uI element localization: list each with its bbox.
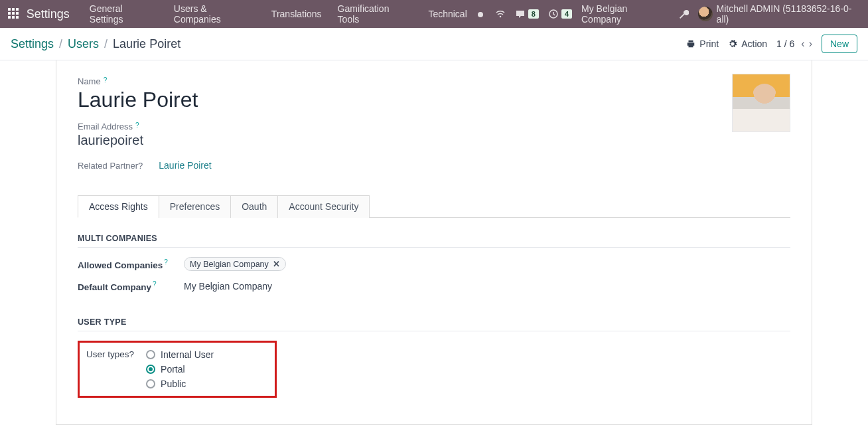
menu-users-companies[interactable]: Users & Companies bbox=[166, 0, 263, 28]
messages-icon[interactable]: 8 bbox=[515, 9, 539, 19]
messages-badge: 8 bbox=[528, 9, 539, 19]
radio-label: Public bbox=[161, 379, 186, 389]
user-menu[interactable]: Mitchell ADMIN (51183652-16-0-all) bbox=[698, 3, 863, 25]
print-button[interactable]: Print bbox=[686, 39, 719, 49]
form-tabs: Access Rights Preferences Oauth Account … bbox=[78, 195, 790, 218]
radio-label: Portal bbox=[161, 364, 185, 375]
email-label: Email Address? bbox=[78, 122, 790, 131]
breadcrumb-settings[interactable]: Settings bbox=[11, 37, 54, 51]
help-icon[interactable]: ? bbox=[164, 258, 168, 266]
related-partner-label: Related Partner? bbox=[78, 161, 143, 171]
pager-text: 1 / 6 bbox=[776, 39, 794, 49]
radio-public[interactable]: Public bbox=[146, 379, 214, 389]
radio-portal[interactable]: Portal bbox=[146, 364, 214, 375]
svg-point-0 bbox=[478, 12, 483, 17]
clock-icon[interactable]: 4 bbox=[548, 9, 572, 19]
name-label: Name? bbox=[78, 76, 790, 86]
help-icon[interactable]: ? bbox=[153, 280, 157, 288]
topbar-left: Settings General Settings Users & Compan… bbox=[5, 0, 475, 28]
tab-account-security[interactable]: Account Security bbox=[277, 195, 370, 218]
radio-icon bbox=[146, 350, 155, 359]
radio-label: Internal User bbox=[161, 349, 214, 360]
related-partner-link[interactable]: Laurie Poiret bbox=[159, 160, 211, 171]
section-multi-companies: MULTI COMPANIES Allowed Companies? My Be… bbox=[56, 218, 812, 292]
control-bar: Settings / Users / Laurie Poiret Print A… bbox=[0, 28, 868, 60]
user-avatar[interactable] bbox=[732, 74, 790, 132]
breadcrumb-sep: / bbox=[104, 37, 108, 51]
svg-point-1 bbox=[499, 16, 501, 18]
section-title-multi-companies: MULTI COMPANIES bbox=[78, 234, 790, 248]
top-menu-bar: Settings General Settings Users & Compan… bbox=[0, 0, 868, 28]
company-selector[interactable]: My Belgian Company bbox=[581, 3, 669, 25]
help-icon[interactable]: ? bbox=[129, 349, 135, 359]
tab-access-rights[interactable]: Access Rights bbox=[78, 195, 159, 218]
tab-oauth[interactable]: Oauth bbox=[230, 195, 278, 218]
pager: 1 / 6 ‹ › bbox=[776, 39, 812, 49]
tab-preferences[interactable]: Preferences bbox=[159, 195, 231, 218]
breadcrumb-current: Laurie Poiret bbox=[113, 37, 181, 51]
pager-next[interactable]: › bbox=[809, 39, 812, 49]
form-sheet: Name? Laurie Poiret Email Address? lauri… bbox=[56, 60, 812, 425]
email-value[interactable]: lauriepoiret bbox=[78, 133, 790, 148]
help-icon[interactable]: ? bbox=[104, 76, 108, 84]
module-title[interactable]: Settings bbox=[27, 7, 70, 21]
name-value[interactable]: Laurie Poiret bbox=[78, 88, 790, 112]
default-company-label: Default Company? bbox=[78, 280, 171, 292]
menu-gamification-tools[interactable]: Gamification Tools bbox=[330, 0, 421, 28]
breadcrumb: Settings / Users / Laurie Poiret bbox=[11, 37, 181, 51]
activities-badge: 4 bbox=[561, 9, 572, 19]
radio-icon bbox=[146, 379, 155, 388]
help-icon[interactable]: ? bbox=[135, 122, 139, 129]
topbar-right: 8 4 My Belgian Company Mitchell ADMIN (5… bbox=[475, 3, 863, 25]
user-types-label: User types? bbox=[86, 348, 134, 359]
remove-tag-icon[interactable]: ✕ bbox=[273, 259, 280, 269]
action-label: Action bbox=[741, 39, 767, 49]
action-button[interactable]: Action bbox=[728, 39, 767, 49]
user-type-radios: Internal User Portal Public bbox=[146, 349, 214, 389]
section-title-user-type: USER TYPE bbox=[78, 317, 790, 331]
company-tag[interactable]: My Belgian Company ✕ bbox=[184, 257, 286, 271]
breadcrumb-sep: / bbox=[59, 37, 62, 51]
default-company-value[interactable]: My Belgian Company bbox=[184, 281, 272, 292]
avatar-icon bbox=[698, 7, 713, 21]
bug-icon[interactable] bbox=[475, 9, 486, 19]
highlight-usertype: User types? Internal User Portal bbox=[78, 341, 277, 398]
printer-icon bbox=[686, 39, 695, 48]
gear-icon bbox=[728, 39, 737, 48]
section-user-type: USER TYPE User types? Internal User Port… bbox=[56, 301, 812, 398]
control-bar-right: Print Action 1 / 6 ‹ › New bbox=[686, 35, 857, 53]
menu-technical[interactable]: Technical bbox=[420, 0, 474, 28]
radio-internal-user[interactable]: Internal User bbox=[146, 349, 214, 360]
new-button[interactable]: New bbox=[822, 35, 857, 53]
wrench-icon[interactable] bbox=[678, 9, 689, 19]
allowed-companies-label: Allowed Companies? bbox=[78, 258, 171, 270]
menu-general-settings[interactable]: General Settings bbox=[82, 0, 166, 28]
user-name: Mitchell ADMIN (51183652-16-0-all) bbox=[717, 3, 863, 25]
company-tag-label: My Belgian Company bbox=[190, 260, 269, 269]
pager-prev[interactable]: ‹ bbox=[801, 39, 804, 49]
breadcrumb-users[interactable]: Users bbox=[68, 37, 99, 51]
help-icon[interactable]: ? bbox=[138, 161, 143, 171]
apps-icon[interactable] bbox=[8, 8, 20, 20]
wifi-icon[interactable] bbox=[495, 9, 506, 19]
radio-icon bbox=[146, 365, 155, 374]
print-label: Print bbox=[699, 39, 719, 49]
menu-translations[interactable]: Translations bbox=[263, 0, 330, 28]
